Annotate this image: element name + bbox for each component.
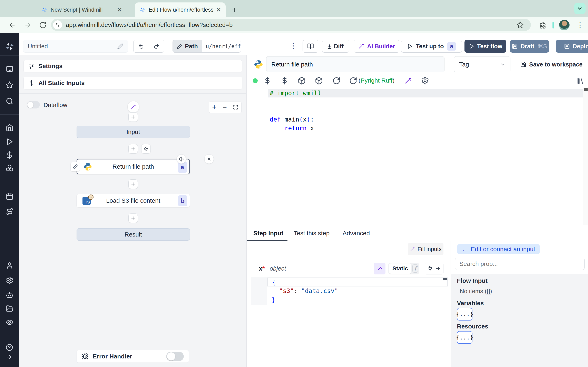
audit-eye-icon[interactable] [6,318,13,326]
step-node-b[interactable]: TS Load S3 file content b [77,194,190,207]
star-icon[interactable] [6,81,13,89]
deploy-button[interactable]: Deploy [556,40,588,53]
step-name-input[interactable]: Return file path [266,56,444,72]
tab-step-input[interactable]: Step Input [253,225,283,241]
test-flow-button[interactable]: Test flow [465,40,506,53]
code-editor[interactable]: # import wmill def main(x): return x [247,88,588,225]
flow-settings-button[interactable]: Settings [24,60,242,72]
package-icon[interactable] [298,77,306,85]
javascript-mode-button[interactable]: ƒ [412,264,418,273]
routes-icon[interactable] [6,208,13,215]
scrollbar-thumb[interactable] [584,88,588,91]
reload-button[interactable] [39,21,47,29]
avatar[interactable] [559,20,570,30]
step-node-a[interactable]: Return file path a [77,159,190,174]
redo-button[interactable] [149,40,164,53]
reload-icon[interactable] [332,77,341,85]
windmill-logo[interactable] [5,42,15,51]
apps-icon[interactable] [6,65,13,73]
editor-settings-icon[interactable] [421,77,429,85]
package-icon[interactable] [315,77,323,85]
workers-robot-icon[interactable] [6,291,13,299]
browser-menu-button[interactable]: ⋮ [576,20,584,29]
home-icon[interactable] [6,124,13,132]
code-line[interactable]: # import wmill [268,89,583,98]
undo-button[interactable] [133,40,149,53]
more-options-button[interactable]: ⋮ [289,41,297,50]
code-line[interactable] [268,98,583,106]
error-handler-card[interactable]: Error Handler [77,350,189,363]
json-lines[interactable]: { "s3": "data.csv"} [267,277,448,304]
browser-tab-inactive[interactable]: New Script | Windmill ✕ [37,2,127,17]
code-line[interactable]: def main(x): [268,115,583,124]
input-node[interactable]: Input [77,126,190,138]
ai-flow-button[interactable] [128,101,139,113]
tab-close-icon[interactable]: ✕ [216,6,221,13]
arrow-right-icon[interactable] [435,266,441,271]
code-line[interactable]: "s3": "data.csv" [267,286,448,295]
resources-picker-icon[interactable] [281,77,289,85]
error-handler-toggle[interactable] [166,352,184,361]
bookmark-star-icon[interactable] [517,21,524,29]
path-button-group[interactable]: Path u/henri/eff [173,40,241,53]
zoom-in-button[interactable]: + [212,103,216,111]
extensions-button[interactable] [539,21,546,29]
insert-step-button[interactable] [129,112,138,122]
new-tab-button[interactable]: + [232,5,237,15]
move-step-button[interactable] [177,154,186,164]
help-icon[interactable] [6,344,13,351]
users-icon[interactable] [6,262,13,269]
edit-connect-input-button[interactable]: ← Edit or connect an input [457,244,540,254]
edit-step-icon[interactable] [71,162,80,171]
result-node[interactable]: Result [77,228,190,241]
json-scrollbar-thumb[interactable] [443,278,447,280]
ai-wand-icon[interactable] [404,77,412,85]
expand-sidebar-icon[interactable] [6,354,13,360]
search-icon[interactable] [6,97,13,105]
insert-step-button[interactable] [129,213,138,223]
tab-advanced[interactable]: Advanced [343,225,370,241]
browser-tab-active[interactable]: Edit Flow u/henri/effortless_fl ✕ [135,2,226,17]
variables-picker-icon[interactable] [263,77,272,85]
forward-button[interactable] [24,21,31,29]
fit-view-icon[interactable] [233,105,238,110]
path-value[interactable]: u/henri/eff [202,40,241,52]
insert-step-button[interactable] [129,179,138,189]
tag-select[interactable]: Tag [454,56,510,72]
variables-icon[interactable] [6,151,13,159]
zoom-out-button[interactable]: − [223,103,227,111]
tab-close-icon[interactable]: ✕ [117,6,122,13]
resources-object-button[interactable]: {...} [457,331,472,344]
pencil-icon[interactable] [117,43,123,49]
delete-step-button[interactable] [204,154,214,164]
url-bar[interactable]: app.windmill.dev/flows/edit/u/henri/effo… [51,19,531,31]
code-line[interactable]: { [267,277,448,286]
tab-search-button[interactable] [574,3,586,14]
all-static-inputs-button[interactable]: All Static Inputs [24,77,242,89]
save-to-workspace-button[interactable]: Save to workspace [520,59,582,69]
library-icon[interactable] [576,77,584,85]
ai-fill-field-button[interactable] [374,263,385,275]
plug-icon[interactable] [428,266,433,271]
test-up-to-button[interactable]: Test up to a [401,40,462,53]
static-mode-button[interactable]: Static [389,263,411,274]
runs-icon[interactable] [6,138,13,146]
schedules-icon[interactable] [6,193,13,200]
code-scrollbar[interactable] [583,88,588,225]
fill-inputs-button[interactable]: Fill inputs [408,243,443,255]
resources-icon[interactable] [6,164,13,172]
json-arg-editor[interactable]: { "s3": "data.csv"} [251,277,448,305]
code-line[interactable]: return x [268,124,583,133]
path-label-segment[interactable]: Path [173,40,202,52]
dataflow-toggle[interactable] [27,101,40,108]
variables-object-button[interactable]: {...} [457,308,472,320]
back-button[interactable] [9,21,16,29]
code-lines[interactable]: # import wmill def main(x): return x [268,89,583,133]
draft-button[interactable]: Draft ⌘S [510,40,549,53]
ai-builder-button[interactable]: AI Builder [354,40,399,53]
folders-icon[interactable] [6,305,13,313]
docs-button[interactable] [303,40,318,53]
tab-test-this-step[interactable]: Test this step [294,225,329,241]
diff-button[interactable]: ± Diff [322,40,349,53]
settings-gear-icon[interactable] [6,276,13,284]
